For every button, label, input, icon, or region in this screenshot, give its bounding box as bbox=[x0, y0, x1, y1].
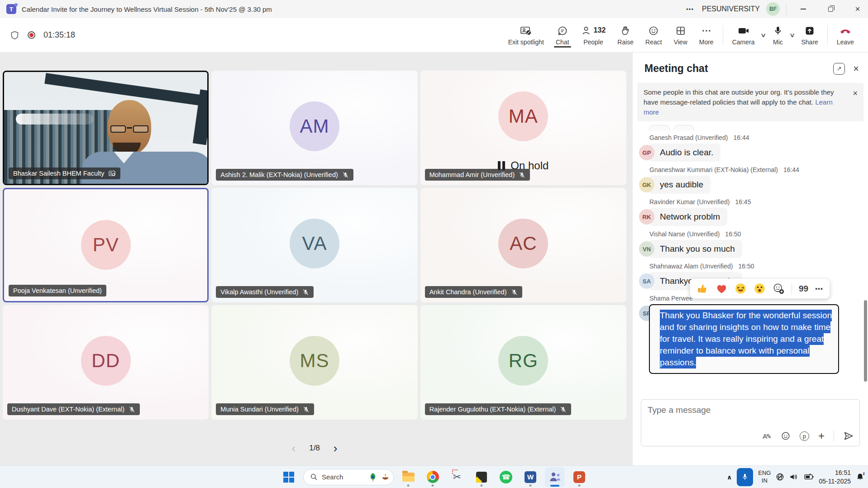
meeting-chat-panel: Meeting chat ↗ × Some people in this cha… bbox=[633, 53, 868, 465]
quote-reply-icon[interactable]: 99 bbox=[799, 284, 808, 294]
compose-box[interactable]: Type a message A✎ p + bbox=[641, 399, 860, 446]
page-next-icon[interactable]: › bbox=[334, 444, 338, 453]
titlebar-divider bbox=[786, 4, 787, 14]
language-indicator[interactable]: ENG IN bbox=[758, 469, 771, 484]
message-bubble[interactable]: yes audible bbox=[649, 176, 711, 194]
chat-message: Vishal Narse (Unverified)16:50 VN Thank … bbox=[639, 230, 861, 258]
react-smiley-icon bbox=[648, 25, 659, 36]
participant-tile-vikalp[interactable]: VA Vikalp Awasthi (Unverified) bbox=[211, 188, 417, 302]
video-feed bbox=[4, 72, 207, 184]
close-chat-icon[interactable]: × bbox=[853, 64, 859, 74]
more-actions-icon[interactable]: ••• bbox=[815, 285, 823, 292]
teams-app-icon: T bbox=[6, 4, 16, 14]
tray-overflow-chevron-icon[interactable]: ∧ bbox=[727, 474, 732, 481]
leave-button[interactable]: Leave bbox=[831, 23, 860, 48]
participant-tile-ashish[interactable]: AM Ashish 2. Malik (EXT-Nokia) (Unverifi… bbox=[211, 71, 417, 185]
word-icon: W bbox=[525, 471, 536, 483]
tray-mic-icon bbox=[741, 473, 749, 481]
taskbar-search[interactable]: Search bbox=[303, 469, 394, 485]
battery-charging-icon[interactable] bbox=[803, 473, 814, 481]
taskbar-sticky-notes[interactable] bbox=[472, 467, 491, 487]
avatar: GP bbox=[639, 145, 654, 160]
chrome-icon bbox=[427, 471, 439, 483]
taskbar-powerpoint[interactable]: P bbox=[569, 467, 589, 487]
participant-tile-munia[interactable]: MS Munia Sundari (Unverified) bbox=[211, 305, 417, 420]
message-bubble[interactable]: Network problm bbox=[649, 208, 727, 226]
avatar: MS bbox=[290, 336, 339, 386]
camera-icon bbox=[737, 25, 750, 36]
window-titlebar: T Calendar Invite for the Journey to Wel… bbox=[0, 0, 868, 18]
taskbar-word[interactable]: W bbox=[520, 467, 540, 487]
taskbar-clock[interactable]: 16:51 05-11-2025 bbox=[819, 469, 851, 485]
avatar: SA bbox=[639, 273, 654, 289]
taskbar-file-explorer[interactable] bbox=[398, 467, 418, 487]
reaction-bar-divider bbox=[792, 283, 792, 295]
dismiss-notice-icon[interactable]: × bbox=[853, 89, 858, 97]
shield-icon[interactable] bbox=[10, 30, 19, 40]
avatar: AM bbox=[290, 101, 339, 151]
window-title: Calendar Invite for the Journey to Welln… bbox=[22, 5, 272, 13]
avatar: MA bbox=[498, 91, 548, 141]
thumbs-up-reaction-icon[interactable] bbox=[696, 282, 709, 295]
tray-mic-button[interactable] bbox=[737, 468, 753, 486]
surprised-reaction-icon[interactable] bbox=[754, 282, 766, 295]
taskbar-chrome[interactable] bbox=[423, 467, 443, 487]
praise-icon[interactable]: p bbox=[800, 431, 809, 441]
participant-tile-bhaskar[interactable]: Bhaskar Sailesh BHEM Faculty bbox=[3, 71, 209, 185]
laugh-reaction-icon[interactable] bbox=[734, 282, 747, 295]
more-button[interactable]: More bbox=[693, 23, 720, 48]
message-input[interactable]: Type a message bbox=[648, 405, 711, 415]
page-previous-icon[interactable]: ‹ bbox=[292, 444, 296, 453]
chat-button[interactable]: Chat bbox=[550, 23, 575, 48]
message-author: Shama Perwee bbox=[649, 295, 693, 302]
notification-bell-icon[interactable]: z bbox=[856, 473, 864, 481]
participant-name-label: Bhaskar Sailesh BHEM Faculty bbox=[9, 167, 120, 179]
start-button[interactable] bbox=[279, 467, 299, 487]
minimize-button[interactable] bbox=[793, 0, 814, 18]
exit-spotlight-button[interactable]: Exit spotlight bbox=[502, 23, 550, 48]
send-icon[interactable] bbox=[843, 431, 854, 441]
taskbar-teams[interactable] bbox=[545, 467, 565, 487]
speaker-icon[interactable] bbox=[789, 473, 798, 481]
format-icon[interactable]: A✎ bbox=[763, 432, 772, 440]
participant-tile-dushyant[interactable]: DD Dushyant Dave (EXT-Nokia) (External) bbox=[3, 305, 209, 420]
participant-name-label: Dushyant Dave (EXT-Nokia) (External) bbox=[7, 403, 140, 415]
raise-hand-icon bbox=[620, 25, 631, 36]
attach-plus-icon[interactable]: + bbox=[818, 430, 825, 442]
camera-button[interactable]: Camera bbox=[726, 23, 761, 48]
share-icon bbox=[804, 25, 815, 36]
add-reaction-icon[interactable] bbox=[773, 282, 785, 295]
participant-tile-rajender[interactable]: RG Rajender Gugulothu (EXT-Nokia) (Exter… bbox=[420, 305, 626, 420]
spotlight-icon bbox=[108, 170, 116, 177]
scissors-icon: ✂ bbox=[453, 471, 461, 483]
restore-button[interactable] bbox=[820, 0, 841, 18]
taskbar-snipping-tool[interactable]: ✂ bbox=[447, 467, 467, 487]
participant-name-label: Rajender Gugulothu (EXT-Nokia) (External… bbox=[425, 403, 572, 415]
page-indicator: 1/8 bbox=[309, 444, 320, 453]
participant-tile-pooja[interactable]: PV Pooja Venkatesan (Unverified) bbox=[3, 188, 209, 302]
account-avatar[interactable]: BF bbox=[766, 2, 780, 16]
heart-reaction-icon[interactable] bbox=[715, 282, 728, 295]
chat-scrollbar[interactable] bbox=[864, 300, 867, 382]
participant-tile-ankit[interactable]: AC Ankit Chandra (Unverified) bbox=[420, 188, 626, 302]
raise-hand-button[interactable]: Raise bbox=[611, 23, 639, 48]
mic-button[interactable]: Mic bbox=[767, 23, 789, 48]
taskbar-whatsapp[interactable]: ☎ bbox=[496, 467, 516, 487]
clipped-message-remnant bbox=[649, 125, 861, 130]
message-bubble-selected[interactable]: Thank you Bhasker for the wonderful sess… bbox=[649, 304, 839, 374]
react-button[interactable]: React bbox=[639, 23, 668, 48]
message-bubble[interactable]: Audio is clear. bbox=[649, 144, 720, 162]
titlebar-more-icon[interactable]: ••• bbox=[684, 6, 696, 13]
participant-tile-mohammad[interactable]: MA On hold Mohammad Amir (Unverified) bbox=[420, 71, 626, 185]
popout-chat-icon[interactable]: ↗ bbox=[833, 63, 845, 75]
people-button[interactable]: 132 People bbox=[575, 23, 612, 48]
emoji-icon[interactable] bbox=[781, 431, 791, 441]
message-bubble[interactable]: Thank you so much bbox=[649, 240, 742, 258]
network-globe-icon[interactable] bbox=[776, 473, 784, 481]
mic-muted-icon bbox=[511, 289, 518, 296]
participant-name-label: Munia Sundari (Unverified) bbox=[216, 403, 314, 415]
share-button[interactable]: Share bbox=[795, 23, 824, 48]
view-button[interactable]: View bbox=[668, 23, 693, 48]
avatar: RK bbox=[639, 209, 654, 225]
close-button[interactable]: × bbox=[847, 0, 868, 18]
